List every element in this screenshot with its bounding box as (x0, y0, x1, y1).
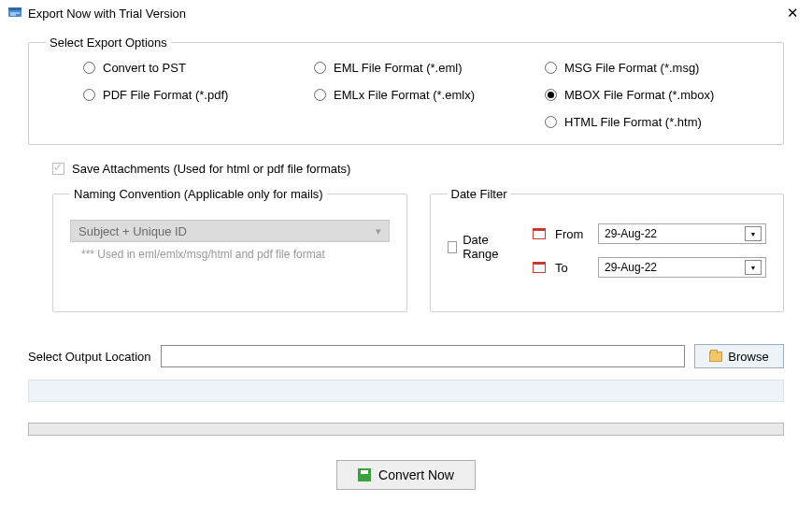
naming-convention-group: Naming Convention (Applicable only for m… (52, 187, 407, 312)
convert-now-button[interactable]: Convert Now (336, 460, 476, 490)
date-filter-group: Date Filter Date Range From 29-Aug-22 ▾ (430, 187, 785, 312)
output-location-label: Select Output Location (28, 350, 151, 364)
export-options-group: Select Export Options Convert to PST PDF… (28, 36, 784, 145)
date-from-label: From (555, 227, 589, 241)
folder-icon (709, 352, 722, 362)
date-to-picker[interactable]: 29-Aug-22 ▾ (598, 257, 766, 278)
date-from-picker[interactable]: 29-Aug-22 ▾ (598, 223, 766, 244)
naming-convention-select[interactable]: Subject + Unique ID ▾ (70, 220, 390, 242)
radio-icon (314, 89, 326, 101)
app-icon (7, 5, 22, 22)
radio-icon (545, 89, 557, 101)
output-location-input[interactable] (161, 345, 685, 367)
save-attachments-label: Save Attachments (Used for html or pdf f… (72, 162, 350, 176)
progress-bar (28, 423, 784, 436)
convert-now-label: Convert Now (378, 467, 454, 482)
radio-label: MBOX File Format (*.mbox) (564, 88, 714, 102)
export-options-legend: Select Export Options (46, 36, 171, 50)
radio-label: Convert to PST (103, 61, 186, 75)
radio-label: MSG File Format (*.msg) (564, 61, 699, 75)
radio-icon (545, 116, 557, 128)
status-strip (28, 380, 784, 402)
date-from-value: 29-Aug-22 (605, 227, 745, 240)
naming-convention-legend: Naming Convention (Applicable only for m… (70, 187, 327, 201)
radio-convert-pst[interactable]: Convert to PST (83, 61, 305, 75)
svg-rect-1 (8, 7, 21, 10)
radio-icon (314, 62, 326, 74)
radio-pdf[interactable]: PDF File Format (*.pdf) (83, 88, 305, 102)
calendar-icon (533, 228, 546, 239)
date-filter-legend: Date Filter (448, 187, 511, 201)
save-attachments-checkbox[interactable]: Save Attachments (Used for html or pdf f… (52, 162, 784, 176)
radio-eml[interactable]: EML File Format (*.eml) (314, 61, 535, 75)
radio-label: HTML File Format (*.htm) (564, 115, 702, 129)
window-title: Export Now with Trial Version (28, 7, 781, 21)
radio-mbox[interactable]: MBOX File Format (*.mbox) (545, 88, 766, 102)
radio-label: EMLx File Format (*.emlx) (334, 88, 475, 102)
date-range-checkbox[interactable]: Date Range (448, 233, 515, 261)
radio-icon (545, 62, 557, 74)
naming-convention-value: Subject + Unique ID (78, 224, 187, 238)
radio-label: PDF File Format (*.pdf) (103, 88, 228, 102)
radio-icon (83, 89, 95, 101)
naming-convention-note: *** Used in eml/emlx/msg/html and pdf fi… (70, 248, 390, 261)
date-to-value: 29-Aug-22 (605, 261, 745, 274)
date-to-label: To (555, 261, 589, 275)
close-icon[interactable]: ✕ (781, 5, 805, 22)
date-range-label: Date Range (463, 233, 514, 261)
datepicker-dropdown-icon[interactable]: ▾ (745, 226, 762, 241)
datepicker-dropdown-icon[interactable]: ▾ (745, 260, 762, 275)
checkbox-icon (448, 241, 458, 253)
radio-html[interactable]: HTML File Format (*.htm) (545, 115, 766, 129)
save-icon (358, 468, 371, 481)
radio-msg[interactable]: MSG File Format (*.msg) (545, 61, 766, 75)
browse-label: Browse (728, 350, 768, 364)
radio-icon (83, 62, 95, 74)
radio-emlx[interactable]: EMLx File Format (*.emlx) (314, 88, 535, 102)
chevron-down-icon: ▾ (376, 225, 381, 237)
browse-button[interactable]: Browse (694, 344, 784, 368)
calendar-icon (533, 262, 546, 273)
radio-label: EML File Format (*.eml) (334, 61, 462, 75)
checkbox-icon (52, 163, 64, 175)
